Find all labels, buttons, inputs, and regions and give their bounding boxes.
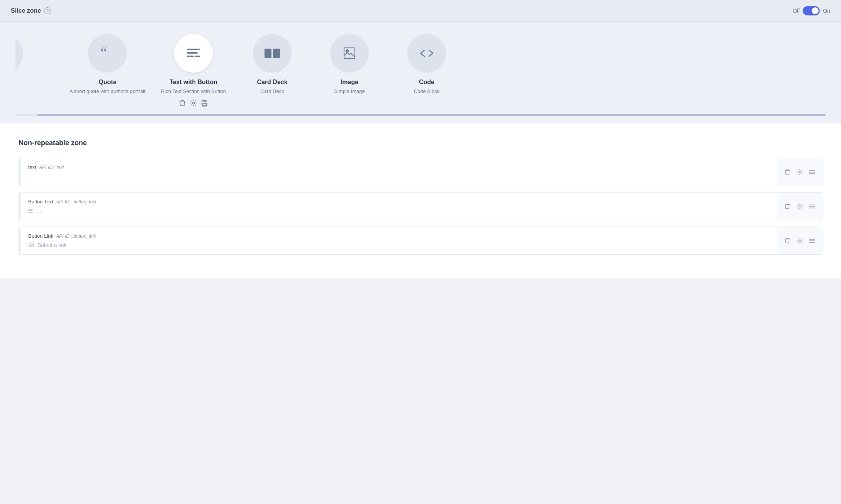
button-link-settings-btn[interactable] [794,235,805,246]
image-icon-circle [330,34,369,73]
svg-rect-10 [203,103,207,105]
text-with-button-name: Text with Button [170,79,217,86]
text-field-delete-btn[interactable] [782,167,793,178]
text-with-button-icon-circle [174,34,213,73]
text-with-button-settings-btn[interactable] [190,100,197,108]
slice-card-partial [15,34,54,73]
button-link-field-value[interactable]: Select a link [28,242,769,248]
toggle-on-label: On [823,8,830,14]
card-deck-name: Card Deck [257,79,287,86]
svg-rect-5 [187,52,198,54]
button-link-delete-btn[interactable] [782,235,793,246]
text-field-content: text API ID : text ... [20,158,777,186]
partial-slice-icon [15,34,23,73]
zone-title: Non-repeatable zone [19,139,822,147]
button-link-field-label: Button Link API ID : button_link [28,233,769,239]
scroll-thumb [37,114,826,116]
button-text-field-content: Button Text API ID : button_text ... [20,193,777,220]
button-link-field-name: Button Link [28,233,53,239]
image-name: Image [341,79,358,86]
button-text-field-actions [777,193,822,220]
text-field-api-id-label: API ID [39,165,53,170]
code-icon-circle [407,34,446,73]
text-field-api-id-value: text [56,165,64,170]
button-link-field-row: Button Link API ID : button_link Select … [19,227,822,255]
scroll-indicator [15,114,826,116]
button-link-field-content: Button Link API ID : button_link Select … [20,227,777,254]
svg-point-16 [799,206,800,207]
svg-text:“: “ [100,46,107,60]
svg-point-17 [799,240,800,242]
slice-card-card-deck[interactable]: Card Deck Card Deck [241,34,303,95]
slice-zone-title-container: Slice zone ? [11,7,51,14]
button-text-settings-btn[interactable] [794,201,805,212]
quote-icon-circle: “ [88,34,127,73]
button-text-field-name: Button Text [28,199,53,205]
button-text-reorder-btn[interactable] [807,201,817,212]
slice-card-text-with-button[interactable]: Text with Button Rich Text Section with … [161,34,226,108]
toggle-thumb [812,7,819,14]
text-with-button-description: Rich Text Section with Button [161,88,226,95]
quote-description: A short quote with author's portrait [70,88,146,95]
slice-zone-toggle[interactable] [803,6,820,15]
text-field-reorder-btn[interactable] [807,167,817,178]
image-description: Simple Image [334,88,365,95]
svg-point-15 [799,171,800,173]
button-link-reorder-btn[interactable] [807,235,817,246]
button-link-placeholder: Select a link [37,242,66,248]
button-text-delete-btn[interactable] [782,201,793,212]
slice-zone-label: Slice zone [11,7,41,14]
slice-card-quote[interactable]: “ Quote A short quote with author's port… [70,34,146,95]
button-link-api-id-value: button_link [73,233,96,239]
button-text-api-id-value: button_text [73,199,96,205]
toggle-off-label: Off [793,8,800,14]
button-text-field-label: Button Text API ID : button_text [28,199,769,205]
button-text-field-value: ... [28,208,769,214]
button-link-api-id-label: API ID [56,233,70,239]
text-field-name: text [28,164,36,170]
text-with-button-delete-btn[interactable] [179,100,185,108]
slices-row: “ Quote A short quote with author's port… [15,34,826,108]
svg-rect-12 [273,49,280,58]
svg-rect-9 [203,100,205,102]
button-link-field-actions [777,227,822,254]
code-name: Code [419,79,434,86]
text-with-button-actions [179,100,208,108]
slice-card-code[interactable]: Code Code Block [396,34,458,95]
text-field-value: ... [28,173,769,179]
card-deck-icon-circle [253,34,292,73]
svg-point-14 [346,49,349,52]
code-description: Code Block [414,88,439,95]
button-text-dots: ... [37,208,41,214]
text-field-row: text API ID : text ... [19,158,822,186]
button-text-api-id-label: API ID [56,199,70,205]
text-field-settings-btn[interactable] [794,167,805,178]
toggle-container: Off On [793,6,830,15]
button-text-field-row: Button Text API ID : button_text ... [19,192,822,220]
slice-zone-bar: Slice zone ? Off On [0,0,841,22]
svg-rect-4 [187,49,200,50]
help-icon[interactable]: ? [44,7,51,14]
svg-rect-13 [344,48,355,59]
text-field-label: text API ID : text [28,164,769,170]
non-repeatable-zone: Non-repeatable zone text API ID : text .… [0,123,841,278]
svg-rect-7 [195,56,200,57]
text-with-button-save-btn[interactable] [202,100,208,108]
svg-rect-6 [187,56,194,57]
svg-point-8 [192,102,194,104]
text-field-actions [777,158,822,186]
quote-name: Quote [98,79,116,86]
card-deck-description: Card Deck [260,88,284,95]
svg-rect-11 [265,49,271,58]
slices-area: “ Quote A short quote with author's port… [0,22,841,123]
slice-card-image[interactable]: Image Simple Image [319,34,380,95]
